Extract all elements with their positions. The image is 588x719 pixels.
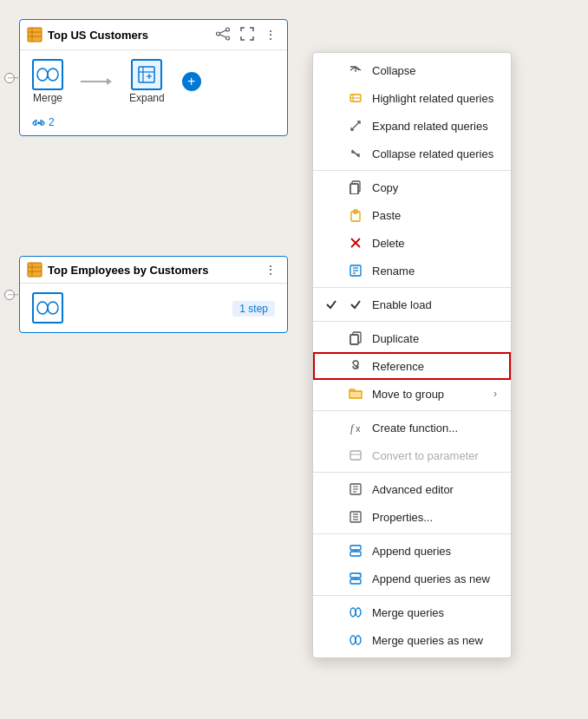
card2-merge-node [32,292,63,324]
menu-icon-duplicate [348,330,363,346]
menu-icon-rename [348,263,363,278]
menu-label-copy: Copy [372,181,497,194]
menu-separator-append-queries-new [313,595,511,596]
menu-label-duplicate: Duplicate [372,332,497,345]
merge-label: Merge [33,92,62,104]
menu-item-collapse[interactable]: Collapse [313,56,511,84]
svg-rect-16 [28,263,42,277]
menu-label-advanced-editor: Advanced editor [372,483,497,496]
svg-point-9 [37,69,48,81]
menu-label-expand-related: Expand related queries [372,120,497,133]
menu-icon-paste [348,207,363,223]
menu-icon-collapse [348,62,363,78]
svg-point-6 [226,36,230,40]
menu-check-enable-load [323,297,339,311]
menu-item-rename[interactable]: Rename [313,257,511,284]
menu-icon-advanced-editor [348,481,363,497]
svg-rect-39 [350,335,358,344]
menu-item-collapse-related[interactable]: Collapse related queries [313,140,511,167]
menu-item-highlight-related[interactable]: Highlight related queries [313,84,511,112]
menu-separator-properties [313,533,511,534]
menu-separator-collapse-related [313,170,511,171]
menu-icon-properties [348,509,363,525]
menu-icon-merge-queries [348,605,363,620]
menu-label-merge-queries: Merge queries [372,606,497,619]
menu-item-move-to-group[interactable]: Move to group› [313,380,511,408]
menu-icon-enable-load [348,297,363,312]
context-menu: CollapseHighlight related queriesExpand … [312,52,512,658]
menu-icon-append-queries [348,543,363,559]
expand-arrows-btn[interactable] [237,25,258,44]
menu-label-reference: Reference [372,360,497,373]
svg-rect-28 [350,184,358,194]
menu-item-create-function[interactable]: fxCreate function... [313,414,511,441]
h-line [81,81,107,82]
menu-item-expand-related[interactable]: Expand related queries [313,112,511,140]
svg-point-20 [37,302,48,314]
canvas: Top US Customers [0,0,588,719]
menu-item-delete[interactable]: Delete [313,229,511,257]
card2-header: Top Employees by Customers ⋮ [20,257,287,284]
menu-label-create-function: Create function... [372,422,497,435]
card-top-employees: Top Employees by Customers ⋮ 1 step [19,256,288,333]
menu-label-move-to-group: Move to group [372,388,485,401]
expand-icon-box [131,59,162,90]
connector-line-2 [8,294,20,296]
menu-item-duplicate[interactable]: Duplicate [313,324,511,352]
menu-label-enable-load: Enable load [372,298,497,311]
menu-label-delete: Delete [372,237,497,250]
menu-label-convert-param: Convert to parameter [372,449,497,462]
expand-node: Expand [129,59,165,104]
menu-icon-append-queries-new [348,571,363,586]
menu-item-merge-queries[interactable]: Merge queries [313,598,511,626]
menu-separator-convert-param [313,472,511,473]
menu-item-reference[interactable]: Reference [313,352,511,380]
menu-item-paste[interactable]: Paste [313,201,511,229]
svg-rect-58 [350,579,361,584]
svg-rect-54 [350,546,361,550]
svg-rect-0 [28,28,42,42]
menu-item-merge-queries-new[interactable]: Merge queries as new [313,626,511,654]
menu-item-append-queries[interactable]: Append queries [313,537,511,565]
menu-label-rename: Rename [372,265,497,278]
svg-point-4 [217,32,220,36]
card-header-left: Top US Customers [27,27,148,42]
svg-rect-55 [350,552,361,556]
menu-label-merge-queries-new: Merge queries as new [372,634,497,647]
card2-header-left: Top Employees by Customers [27,262,208,278]
menu-item-copy[interactable]: Copy [313,173,511,201]
card2-body: 1 step [20,284,287,332]
card-top-us-customers: Top US Customers [19,19,288,136]
menu-chevron-move-to-group: › [493,388,497,400]
menu-icon-collapse-related [348,146,363,161]
menu-icon-highlight-related [348,90,363,106]
svg-point-61 [350,608,356,617]
add-step-btn[interactable]: + [182,72,201,91]
menu-item-enable-load[interactable]: Enable load [313,291,511,318]
step-badge-area: 1 step [232,302,275,315]
network-icon-btn[interactable] [212,25,233,44]
card2-actions: ⋮ [261,262,280,278]
card2-more-btn[interactable]: ⋮ [261,262,280,278]
card-title: Top US Customers [48,29,148,42]
link-badge-area: 2 [20,113,287,135]
svg-point-5 [226,28,230,31]
link-count: 2 [49,116,55,128]
svg-line-26 [352,150,359,157]
arrow-head [107,78,112,85]
link-badge: 2 [32,116,275,128]
svg-point-10 [48,69,58,81]
menu-icon-copy [348,180,363,195]
menu-item-append-queries-new[interactable]: Append queries as new [313,565,511,592]
svg-text:f: f [350,422,355,435]
menu-item-advanced-editor[interactable]: Advanced editor [313,475,511,503]
menu-item-properties[interactable]: Properties... [313,503,511,531]
menu-separator-move-to-group [313,410,511,411]
menu-label-paste: Paste [372,209,497,222]
svg-text:x: x [356,423,361,434]
table-icon [27,27,42,42]
svg-point-62 [356,608,361,617]
menu-icon-create-function: fx [348,420,363,435]
card2-merge-icon [32,292,63,324]
more-options-btn[interactable]: ⋮ [261,27,280,42]
